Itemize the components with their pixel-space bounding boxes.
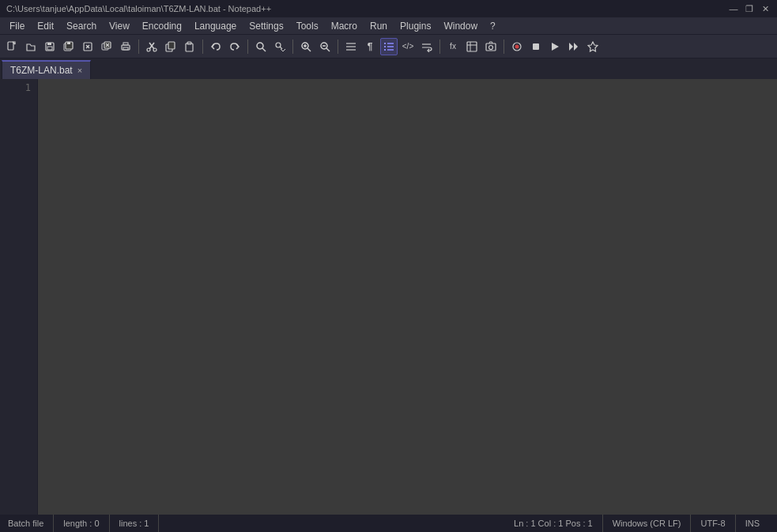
encoding-status: UTF-8 xyxy=(691,515,735,532)
svg-point-20 xyxy=(147,48,150,51)
svg-rect-3 xyxy=(47,43,51,45)
find-button[interactable] xyxy=(252,38,270,55)
undo-button[interactable] xyxy=(207,38,224,55)
maximize-button[interactable]: ❐ xyxy=(744,3,755,14)
toolbar: ¶ </> fx xyxy=(0,35,777,58)
menu-view[interactable]: View xyxy=(103,19,136,33)
mode-label: INS xyxy=(745,519,760,528)
save-button[interactable] xyxy=(41,38,58,55)
svg-rect-17 xyxy=(123,47,128,50)
copy-button[interactable] xyxy=(162,38,179,55)
menu-settings[interactable]: Settings xyxy=(243,19,289,33)
xml-button[interactable]: </> xyxy=(399,38,417,55)
separator-6 xyxy=(439,40,440,54)
svg-line-27 xyxy=(262,48,266,51)
svg-rect-54 xyxy=(533,43,539,50)
title-bar: C:\Users\tanjue\AppData\Local\taloiman\T… xyxy=(0,0,777,17)
lines-status: lines : 1 xyxy=(110,515,160,532)
separator-5 xyxy=(338,40,338,54)
length-status: length : 0 xyxy=(54,515,109,532)
menu-search[interactable]: Search xyxy=(60,19,103,33)
list-button[interactable] xyxy=(380,38,398,55)
open-button[interactable] xyxy=(22,38,40,55)
menu-tools[interactable]: Tools xyxy=(290,19,325,33)
menu-plugins[interactable]: Plugins xyxy=(394,19,437,33)
window-title: C:\Users\tanjue\AppData\Local\taloiman\T… xyxy=(6,4,271,13)
save-macro-button[interactable] xyxy=(584,38,602,55)
window-controls[interactable]: — ❐ ✕ xyxy=(728,3,771,14)
paragraph-button[interactable]: ¶ xyxy=(361,38,379,55)
new-button[interactable] xyxy=(3,38,21,55)
stop-macro-button[interactable] xyxy=(527,38,545,55)
length-label: length : 0 xyxy=(63,519,99,528)
status-bar: Batch file length : 0 lines : 1 Ln : 1 C… xyxy=(0,515,777,532)
svg-marker-57 xyxy=(574,43,578,51)
svg-rect-16 xyxy=(123,43,128,45)
svg-rect-42 xyxy=(384,46,386,47)
position-label: Ln : 1 Col : 1 Pos : 1 xyxy=(514,519,593,528)
svg-marker-55 xyxy=(552,43,559,51)
format-indent-button[interactable] xyxy=(342,38,360,55)
filetype-label: Batch file xyxy=(8,519,43,528)
record-macro-button[interactable] xyxy=(508,38,526,55)
zoom-out-button[interactable] xyxy=(316,38,334,55)
file-tab[interactable]: T6ZM-LAN.bat × xyxy=(2,60,91,79)
minimize-button[interactable]: — xyxy=(728,3,739,14)
menu-help[interactable]: ? xyxy=(484,19,502,33)
zoom-in-button[interactable] xyxy=(297,38,315,55)
svg-rect-4 xyxy=(47,47,52,50)
line-numbers: 1 xyxy=(0,79,38,515)
separator-3 xyxy=(247,40,248,54)
separator-1 xyxy=(138,40,139,54)
cut-button[interactable] xyxy=(143,38,160,55)
line-ending-label: Windows (CR LF) xyxy=(613,519,681,528)
svg-point-26 xyxy=(257,43,263,49)
svg-rect-40 xyxy=(384,43,386,44)
tab-bar: T6ZM-LAN.bat × xyxy=(0,58,777,79)
svg-line-31 xyxy=(307,48,311,51)
menu-language[interactable]: Language xyxy=(188,19,243,33)
menu-run[interactable]: Run xyxy=(364,19,394,33)
mode-status: INS xyxy=(736,515,769,532)
separator-4 xyxy=(292,40,293,54)
svg-point-53 xyxy=(515,44,519,48)
paste-button[interactable] xyxy=(181,38,198,55)
find-replace-button[interactable] xyxy=(271,38,289,55)
redo-button[interactable] xyxy=(226,38,243,55)
line-number-1: 1 xyxy=(3,82,31,93)
svg-rect-47 xyxy=(467,42,477,51)
svg-point-21 xyxy=(153,48,157,51)
menu-file[interactable]: File xyxy=(3,19,31,33)
separator-7 xyxy=(504,40,504,54)
word-wrap-button[interactable] xyxy=(418,38,436,55)
tab-close-button[interactable]: × xyxy=(77,66,82,75)
editor-area[interactable] xyxy=(38,79,777,515)
print-button[interactable] xyxy=(117,38,134,55)
svg-marker-56 xyxy=(569,43,573,51)
svg-rect-7 xyxy=(67,42,70,44)
filetype-status: Batch file xyxy=(8,515,54,532)
play-macro-button[interactable] xyxy=(546,38,564,55)
svg-point-51 xyxy=(489,45,493,49)
run-macro-multi-button[interactable] xyxy=(565,38,583,55)
svg-rect-44 xyxy=(384,49,386,51)
menu-encoding[interactable]: Encoding xyxy=(136,19,188,33)
close-file-button[interactable] xyxy=(79,38,96,55)
separator-2 xyxy=(202,40,203,54)
svg-line-35 xyxy=(326,48,330,51)
menu-macro[interactable]: Macro xyxy=(325,19,364,33)
svg-line-29 xyxy=(280,47,282,49)
close-all-button[interactable] xyxy=(98,38,115,55)
close-button[interactable]: ✕ xyxy=(760,3,771,14)
snapshot-button[interactable] xyxy=(482,38,500,55)
menu-edit[interactable]: Edit xyxy=(31,19,60,33)
function-button[interactable]: fx xyxy=(444,38,462,55)
save-all-button[interactable] xyxy=(60,38,77,55)
tab-filename: T6ZM-LAN.bat xyxy=(10,65,73,76)
line-ending-status: Windows (CR LF) xyxy=(603,515,692,532)
menu-window[interactable]: Window xyxy=(437,19,484,33)
editor-container: 1 xyxy=(0,79,777,515)
svg-marker-58 xyxy=(588,42,598,51)
chart-button[interactable] xyxy=(463,38,481,55)
svg-rect-0 xyxy=(8,42,13,50)
